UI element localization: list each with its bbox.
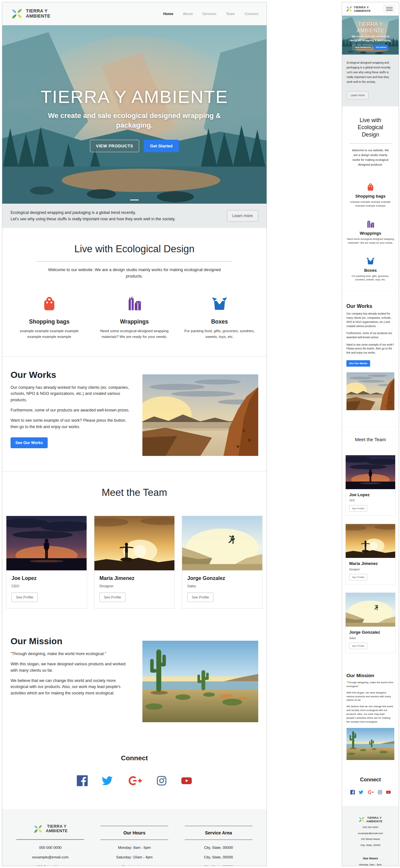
footer-city: City, State, 00000 [346, 844, 395, 846]
feature-title: Shopping bags [346, 194, 394, 199]
shopping-bag-icon [366, 182, 375, 191]
mission-paragraph-2: With this slogan, we have designed vario… [346, 690, 394, 702]
service-area-title: Service Area [184, 826, 253, 840]
brand-name-line1: TIERRA Y [366, 816, 382, 819]
nav-services[interactable]: Services [202, 12, 216, 16]
footer-service-column: Service Area City, State, 00000 City, St… [181, 824, 256, 866]
instagram-icon[interactable] [156, 775, 167, 786]
see-profile-button[interactable]: See Profile [349, 643, 367, 649]
team-photo-1 [6, 516, 87, 570]
member-name: Joe Lopez [349, 492, 392, 497]
member-role: Designer [99, 584, 170, 588]
nav-home[interactable]: Home [163, 12, 173, 16]
mission-paragraph-3: We believe that we can change this world… [346, 705, 394, 723]
instagram-icon[interactable] [378, 790, 382, 795]
member-name: Jorge Gonzalez [187, 576, 257, 581]
brand-name-line1: TIERRA Y [46, 825, 67, 829]
get-started-button[interactable]: Get Started [144, 140, 179, 152]
hero-title: TIERRA Y AMBIENTE [345, 22, 396, 34]
see-our-works-button[interactable]: See Our Works [10, 437, 48, 448]
nav-team[interactable]: Team [226, 12, 235, 16]
hero-subtitle: We create and sale ecological designed w… [349, 35, 391, 42]
leaf-logo-icon [359, 816, 365, 823]
hours-sunday: Sunday: closed [97, 865, 172, 866]
google-plus-icon[interactable] [367, 790, 374, 795]
mission-image [346, 728, 394, 760]
see-profile-button[interactable]: See Profile [349, 505, 367, 512]
open-box-icon [211, 295, 228, 312]
youtube-icon[interactable] [181, 775, 192, 786]
leaf-logo-icon [346, 5, 353, 12]
mission-paragraph-1: "Through designing, make the world more … [10, 651, 134, 657]
mission-section: Our Mission "Through designing, make the… [2, 623, 266, 738]
brand-logo[interactable]: TIERRA Y AMBIENTE [10, 7, 50, 20]
announcement-banner: Ecological designed wrapping and packagi… [2, 204, 266, 228]
team-title: Meet the Team [345, 437, 395, 442]
member-name: Joe Lopez [11, 576, 82, 581]
team-photo-2 [346, 524, 395, 558]
team-section: Meet the Team Joe Lopez CEO See Profile … [2, 471, 266, 623]
footer-email[interactable]: exxample@email.com [346, 832, 395, 835]
intro-divider [349, 143, 391, 144]
footer-divider [16, 839, 84, 840]
mission-title: Our Mission [346, 673, 394, 678]
hamburger-menu-icon[interactable] [384, 5, 395, 13]
mission-title: Our Mission [10, 636, 134, 646]
footer-hours-column: Our Hours Monday: 9am - 5pm Saturday: 10… [97, 824, 172, 866]
leaf-logo-icon [10, 7, 23, 20]
mobile-team-section: Meet the Team Joe Lopez CEO See Profile … [342, 427, 399, 665]
view-products-button[interactable]: VIEW PRODUCTS [90, 140, 139, 152]
feature-boxes: Boxes For packing food, gifts, groceries… [177, 295, 262, 340]
feature-desc: Need some ecological-designed wrapping m… [97, 328, 171, 340]
view-products-button[interactable]: VIEW PRODUCTS [353, 45, 372, 50]
brand-name-line2: AMBIENTE [46, 829, 67, 834]
facebook-icon[interactable] [350, 790, 355, 795]
facebook-icon[interactable] [77, 775, 88, 786]
google-plus-icon[interactable] [127, 775, 142, 786]
banner-text: Ecological designed wrapping and packagi… [347, 60, 394, 84]
see-our-works-button[interactable]: See Our Works [346, 360, 370, 367]
team-photo-2 [94, 516, 175, 570]
member-role: CEO [11, 584, 82, 588]
site-header: TIERRA Y AMBIENTE Home About Services Te… [2, 2, 266, 25]
mobile-site-footer: TIERRA Y AMBIENTE 000 000 0000 exxample@… [342, 806, 399, 866]
team-card-joe-lopez: Joe Lopez CEO See Profile [6, 516, 87, 609]
feature-desc: For packing food, gifts, groceries, sund… [183, 328, 256, 340]
feature-boxes: Boxes For packing food, gifts, groceries… [346, 256, 394, 281]
see-profile-button[interactable]: See Profile [11, 592, 38, 602]
see-profile-button[interactable]: See Profile [99, 592, 126, 602]
see-profile-button[interactable]: See Profile [187, 592, 213, 602]
twitter-icon[interactable] [359, 790, 364, 795]
youtube-icon[interactable] [386, 790, 391, 795]
get-started-button[interactable]: Get Started [374, 45, 388, 50]
team-photo-3 [346, 593, 395, 627]
team-photo-3 [182, 516, 262, 570]
intro-section: Live with Ecological Design Welcome to o… [2, 228, 266, 279]
carousel-indicator[interactable] [130, 199, 139, 200]
hours-title: Our Hours [346, 857, 395, 860]
site-footer: TIERRA Y AMBIENTE 000 000 0000 exxample@… [2, 809, 266, 866]
feature-title: Boxes [346, 268, 394, 273]
learn-more-button[interactable]: Learn more [347, 91, 368, 99]
nav-about[interactable]: About [183, 12, 193, 16]
mobile-announcement-banner: Ecological designed wrapping and packagi… [342, 55, 399, 106]
see-profile-button[interactable]: See Profile [349, 574, 367, 580]
hero-section: TIERRA Y AMBIENTE We create and sale eco… [2, 25, 266, 204]
mission-paragraph-3: We believe that we can change this world… [10, 678, 134, 696]
works-paragraph-2: Furthermore, some of our products are aw… [346, 331, 394, 340]
footer-email[interactable]: exxample@email.com [13, 855, 88, 859]
brand-name-line2: AMBIENTE [366, 819, 382, 823]
mobile-preview: TIERRA Y AMBIENTE TIERRA Y AMBIENTE We c… [342, 2, 399, 866]
intro-title: Live with Ecological Design [351, 116, 390, 138]
member-role: CEO [349, 499, 392, 502]
learn-more-button[interactable]: Learn more [227, 210, 258, 222]
nav-connect[interactable]: Connect [245, 12, 258, 16]
works-paragraph-3: Want to see some example of our work? Pl… [346, 342, 394, 355]
works-title: Our Works [10, 370, 134, 380]
mobile-brand-logo[interactable]: TIERRA Y AMBIENTE [346, 5, 371, 12]
service-area: City, State, 00000 [181, 846, 256, 849]
feature-title: Wrappings [97, 318, 171, 325]
twitter-icon[interactable] [102, 775, 113, 786]
intro-divider [36, 261, 232, 261]
mobile-site-header: TIERRA Y AMBIENTE [342, 2, 399, 16]
